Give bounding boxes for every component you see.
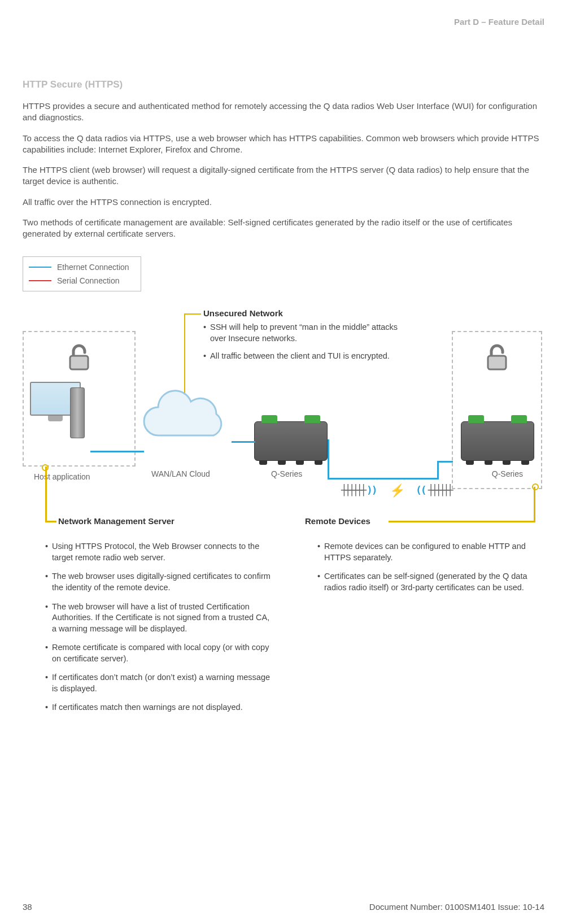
- remote-leader-dot: [532, 483, 539, 490]
- ethernet-wire-icon: [90, 451, 144, 452]
- open-lock-icon: [62, 339, 96, 373]
- q-series-label-1: Q-Series: [271, 469, 302, 478]
- q-series-radio-2-icon: [461, 421, 534, 461]
- nms-item-2: The web browser uses digitally-signed ce…: [45, 571, 272, 593]
- unsecured-title: Unsecured Network: [203, 308, 283, 318]
- nms-column: Using HTTPS Protocol, the Web Browser co…: [23, 534, 272, 721]
- intro-paragraph-4: All traffic over the HTTPS connection is…: [23, 197, 544, 208]
- intro-paragraph-5: Two methods of certificate management ar…: [23, 217, 544, 240]
- svg-rect-0: [70, 356, 88, 369]
- wireless-bolt-icon: ⚡: [390, 483, 405, 498]
- ethernet-wire-icon: [232, 441, 255, 443]
- q-series-radio-1-icon: [254, 421, 328, 461]
- cloud-label: WAN/LAN Cloud: [151, 469, 210, 478]
- intro-paragraph-3: The HTTPS client (web browser) will requ…: [23, 164, 544, 188]
- host-pc-icon: [27, 382, 84, 444]
- unsecured-item-1: SSH will help to prevent “man in the mid…: [203, 322, 401, 344]
- nms-item-6: If certificates match then warnings are …: [45, 702, 272, 713]
- intro-paragraph-1: HTTPS provides a secure and authenticate…: [23, 101, 544, 124]
- nms-title: Network Management Server: [58, 516, 175, 526]
- nms-item-4: Remote certificate is compared with loca…: [45, 642, 272, 664]
- page-footer: 38 Document Number: 0100SM1401 Issue: 10…: [23, 902, 544, 912]
- serial-line-icon: [29, 280, 51, 281]
- remote-leader-line: [389, 521, 535, 522]
- nms-item-3: The web browser will have a list of trus…: [45, 602, 272, 635]
- cloud-icon: [136, 385, 237, 452]
- open-lock-icon: [480, 339, 514, 373]
- remote-item-1: Remote devices can be configured to enab…: [317, 541, 544, 563]
- ethernet-wire-icon: [437, 461, 439, 480]
- intro-paragraph-2: To access the Q data radios via HTTPS, u…: [23, 133, 544, 156]
- legend-ethernet: Ethernet Connection: [29, 260, 135, 274]
- unsecured-item-2: All traffic between the client and TUI i…: [203, 351, 401, 362]
- nms-leader-line: [45, 521, 56, 522]
- legend-box: Ethernet Connection Serial Connection: [23, 256, 141, 291]
- header-part-label: Part D – Feature Detail: [454, 17, 544, 27]
- nms-leader-line: [45, 467, 47, 522]
- antenna-right-icon: ((┼┼┼┼┼┼: [416, 481, 453, 498]
- nms-item-1: Using HTTPS Protocol, the Web Browser co…: [45, 541, 272, 563]
- legend-serial-label: Serial Connection: [57, 276, 120, 285]
- ethernet-wire-icon: [328, 478, 438, 480]
- host-label: Host application: [34, 472, 90, 481]
- nms-item-5: If certificates don’t match (or don’t ex…: [45, 672, 272, 694]
- legend-serial: Serial Connection: [29, 274, 135, 287]
- antenna-left-icon: ┼┼┼┼┼┼)): [339, 481, 377, 498]
- remote-list: Remote devices can be configured to enab…: [317, 541, 544, 593]
- unsecured-list: SSH will help to prevent “man in the mid…: [203, 322, 401, 369]
- ethernet-wire-icon: [437, 461, 453, 463]
- ethernet-line-icon: [29, 267, 51, 268]
- page-number: 38: [23, 902, 32, 912]
- ethernet-wire-icon: [328, 439, 329, 479]
- remote-column: Remote devices can be configured to enab…: [300, 534, 544, 721]
- network-diagram: Unsecured Network SSH will help to preve…: [23, 297, 542, 534]
- remote-title: Remote Devices: [305, 516, 370, 526]
- svg-rect-1: [488, 356, 506, 369]
- remote-item-2: Certificates can be self-signed (generat…: [317, 571, 544, 593]
- section-title: HTTP Secure (HTTPS): [23, 79, 544, 90]
- document-number: Document Number: 0100SM1401 Issue: 10-14: [369, 902, 544, 912]
- q-series-label-2: Q-Series: [492, 469, 523, 478]
- legend-ethernet-label: Ethernet Connection: [57, 263, 129, 272]
- remote-leader-line: [534, 487, 535, 522]
- remote-device-box: [452, 331, 542, 489]
- nms-list: Using HTTPS Protocol, the Web Browser co…: [45, 541, 272, 713]
